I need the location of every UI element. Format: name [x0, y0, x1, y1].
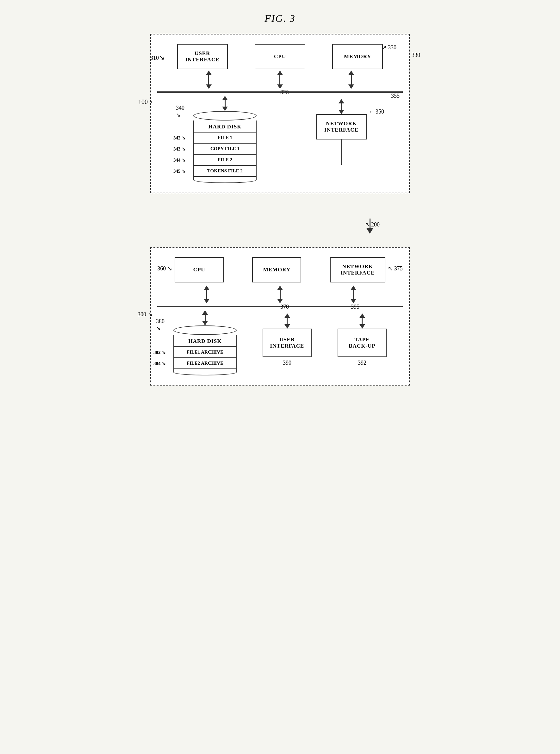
tape-backup-box: TAPEBACK-UP — [338, 329, 387, 357]
arrow-bus-bottom-ui — [284, 313, 290, 329]
cyl-body: HARD DISK 342 ↘ FILE 1 343 ↘ COPY FILE 1… — [193, 121, 257, 177]
cyl-body-b: HARD DISK 382 ↘ FILE1 ARCHIVE 384 ↘ FILE… — [173, 335, 237, 369]
file2-row: 344 ↘ FILE 2 — [194, 155, 256, 166]
network-down-line — [341, 140, 342, 165]
ref-340-label: 340↘ — [176, 105, 184, 118]
hard-disk-section: HARD DISK 342 ↘ FILE 1 343 ↘ COPY FILE 1… — [193, 96, 257, 183]
arrow-bottom-cpu-bus — [204, 286, 209, 303]
ref-345-label: 345 ↘ — [173, 168, 186, 174]
arrow-bus-harddisk — [222, 96, 228, 111]
system-300-box: 300 ↘ CPU 360 ↘ MEMORY NETWORKINTERFACE … — [150, 247, 410, 386]
arrow-ui-bus — [206, 70, 212, 89]
bottom-memory-box: MEMORY — [252, 257, 301, 282]
arrow-cpu-bus: 320 — [277, 70, 283, 89]
ref-360-label: 360 ↘ — [157, 265, 172, 272]
arrow-mem-bus — [348, 70, 354, 89]
arrow-bus-tape — [359, 313, 365, 329]
top-arrows-row: 320 — [157, 70, 403, 89]
ref-343-label: 343 ↘ — [173, 146, 186, 152]
system-100-box: 310↘ 330 100 ← USERINTERFACE CPU MEMORY … — [150, 34, 410, 193]
bottom-cpu-box: CPU — [175, 257, 224, 282]
user-interface-box: USERINTERFACE — [177, 44, 228, 69]
page: FIG. 3 310↘ 330 100 ← USERINTERFACE CPU … — [138, 13, 422, 386]
ref-355-label: 355 — [391, 93, 400, 99]
cyl-bottom-b — [173, 369, 237, 375]
ref-342-label: 342 ↘ — [173, 135, 186, 141]
hard-disk-label: HARD DISK — [194, 121, 256, 133]
arrow-bottom-mem-bus: 370 — [277, 286, 283, 303]
bottom-hard-disk-label: HARD DISK — [174, 335, 236, 347]
bottom-arrows-row: 370 395 — [157, 286, 403, 303]
figure-title: FIG. 3 — [264, 13, 295, 24]
bottom-network-box: NETWORKINTERFACE — [330, 257, 385, 282]
cyl-top — [193, 111, 257, 121]
ref-100-label: 100 ← — [138, 98, 156, 106]
network-interface-section: NETWORKINTERFACE ← 350 — [316, 99, 367, 165]
ref-330-tick: ↗ 330 — [382, 44, 397, 51]
ref-330-label: 330 — [412, 52, 420, 59]
connector-200-area: ↖ 200 — [150, 219, 410, 241]
ref-390-label: 390 — [283, 360, 292, 366]
bus-line-300 — [157, 306, 403, 307]
network-interface-box: NETWORKINTERFACE — [316, 114, 367, 140]
copyfile1-row: 343 ↘ COPY FILE 1 — [194, 144, 256, 155]
ref-300-label: 300 ↘ — [138, 311, 153, 318]
hard-disk-cylinder: HARD DISK 342 ↘ FILE 1 343 ↘ COPY FILE 1… — [193, 111, 257, 183]
tokensfile2-row: 345 ↘ TOKENS FILE 2 — [194, 166, 256, 176]
bottom-below-bus: HARD DISK 382 ↘ FILE1 ARCHIVE 384 ↘ FILE… — [157, 310, 403, 375]
tape-backup-section: TAPEBACK-UP 392 — [338, 313, 387, 366]
arrow-bus-bottom-harddisk — [202, 310, 208, 325]
ref-392-label: 392 — [358, 360, 366, 366]
bottom-memory-wrap: MEMORY — [252, 257, 301, 282]
connector-arrow-wrap: ↖ 200 — [150, 219, 410, 241]
arrow-bottom-net-bus: 395 — [351, 286, 356, 303]
ref-350-label: ← 350 — [368, 108, 384, 115]
bottom-top-row: CPU 360 ↘ MEMORY NETWORKINTERFACE ↖ 375 — [157, 257, 403, 282]
ref-395-label: 395 — [351, 304, 359, 310]
bus-line-100: 355 — [157, 91, 403, 93]
cpu-box: CPU — [255, 44, 305, 69]
file1-archive-row: 382 ↘ FILE1 ARCHIVE — [174, 347, 236, 358]
bottom-ui-box: USERINTERFACE — [263, 329, 312, 357]
ref-370-label: 370 — [280, 304, 289, 310]
file1-row: 342 ↘ FILE 1 — [194, 133, 256, 144]
ref-380-label: 380↘ — [156, 318, 164, 332]
cyl-bottom — [193, 177, 257, 183]
memory-box: MEMORY — [332, 44, 383, 69]
cyl-top-b — [173, 325, 237, 335]
bottom-hard-disk-cylinder: HARD DISK 382 ↘ FILE1 ARCHIVE 384 ↘ FILE… — [173, 325, 237, 375]
ref-375-label: ↖ 375 — [388, 265, 403, 272]
bottom-network-wrap: NETWORKINTERFACE ↖ 375 — [330, 257, 385, 282]
ref-382-label: 382 ↘ — [154, 349, 166, 355]
connector-arrowhead — [366, 228, 373, 234]
below-bus-row: HARD DISK 342 ↘ FILE 1 343 ↘ COPY FILE 1… — [157, 96, 403, 183]
bottom-harddisk-section: HARD DISK 382 ↘ FILE1 ARCHIVE 384 ↘ FILE… — [173, 310, 237, 375]
bottom-cpu-wrap: CPU 360 ↘ — [175, 257, 224, 282]
arrow-bus-network — [339, 99, 344, 114]
top-components-row: USERINTERFACE CPU MEMORY ↗ 330 — [157, 44, 403, 69]
ref-344-label: 344 ↘ — [173, 157, 186, 163]
bottom-ui-section: USERINTERFACE 390 — [263, 313, 312, 366]
ref-384-label: 384 ↘ — [154, 361, 166, 366]
ref-200-label: ↖ 200 — [365, 221, 380, 228]
file2-archive-row: 384 ↘ FILE2 ARCHIVE — [174, 358, 236, 368]
